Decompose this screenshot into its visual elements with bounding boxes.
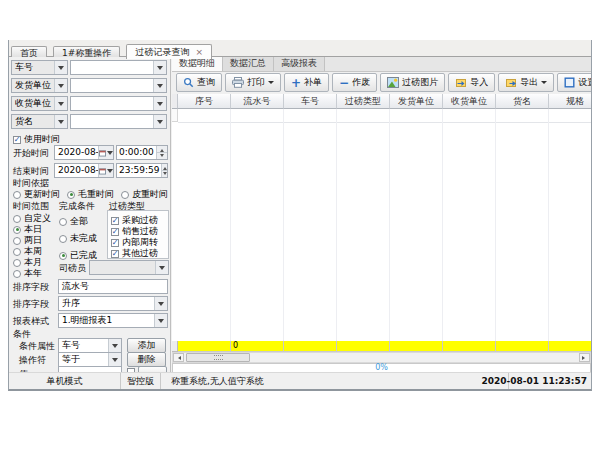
scrollbar-thumb[interactable]	[186, 353, 250, 362]
grid-header-row: 序号 流水号 车号 过磅类型 发货单位 收货单位 货名 规格	[172, 94, 591, 109]
import-button[interactable]: 导入	[448, 73, 495, 92]
image-icon	[387, 77, 399, 88]
field-combo-receiver[interactable]: 收货单位	[11, 96, 68, 111]
export-button[interactable]: 导出	[498, 73, 554, 92]
chevron-down-icon	[153, 61, 166, 74]
weigh-photo-button[interactable]: 过磅图片	[380, 73, 445, 92]
column-header-serial[interactable]: 流水号	[231, 94, 284, 109]
goods-value-combo[interactable]	[70, 114, 167, 129]
radio-icon	[13, 248, 21, 256]
start-time-label: 开始时间	[13, 148, 49, 159]
column-header-goods[interactable]: 货名	[496, 94, 549, 109]
use-time-checkbox[interactable]: ✓使用时间	[13, 133, 60, 146]
status-datetime: 2020-08-01 11:23:57	[509, 373, 591, 389]
screenshot-canvas: 首页 1#称重操作 过磅记录查询× 车号 发货单位 收货单位 货名 ✓使用时间 …	[0, 0, 600, 450]
print-button[interactable]: 打印	[225, 73, 281, 92]
tab-label: 过磅记录查询	[135, 47, 189, 57]
vehicle-value-combo[interactable]	[70, 60, 167, 75]
chevron-down-icon	[108, 339, 121, 352]
receiver-value-combo[interactable]	[70, 96, 167, 111]
checkbox-check-icon: ✓	[111, 217, 119, 225]
report-style-combo[interactable]: 1.明细报表1	[58, 313, 168, 328]
column-header-receiver[interactable]: 收货单位	[443, 94, 496, 109]
start-time-spinner[interactable]: 0:00:00	[116, 145, 168, 160]
radio-this-year[interactable]: 本年	[13, 267, 42, 280]
tab-advanced-report[interactable]: 高级报表	[274, 57, 325, 71]
checkbox-check-icon: ✓	[13, 136, 21, 144]
end-date-picker[interactable]: 2020-08-01	[54, 163, 114, 178]
field-combo-vehicle[interactable]: 车号	[11, 60, 68, 75]
column-header-vehicle[interactable]: 车号	[284, 94, 337, 109]
add-condition-button[interactable]: 添加	[127, 338, 166, 353]
scroll-left-arrow[interactable]	[173, 353, 184, 362]
column-header-spec[interactable]: 规格	[549, 94, 591, 109]
start-date-picker[interactable]: 2020-08-01	[54, 145, 114, 160]
sort-order-combo[interactable]: 升序	[58, 296, 168, 311]
radio-tare-time[interactable]: 皮重时间	[121, 188, 168, 201]
status-bar: 单机模式 智控版 称重系统,无人值守系统 2020-08-01 11:23:57	[9, 372, 591, 389]
query-button[interactable]: 查询	[176, 73, 222, 92]
condition-attr-label: 条件属性	[19, 341, 55, 352]
combo-value: 车号	[59, 339, 108, 352]
empty-grid-row	[178, 109, 591, 123]
radio-gross-time[interactable]: 毛重时间	[67, 188, 114, 201]
summary-cell	[284, 341, 337, 352]
delete-condition-button[interactable]: 删除	[127, 352, 166, 367]
field-combo-goods[interactable]: 货名	[11, 114, 68, 129]
report-style-label: 报表样式	[13, 316, 49, 327]
column-header-seq[interactable]: 序号	[178, 94, 231, 109]
sort-field-input[interactable]: 流水号	[58, 279, 168, 294]
chevron-down-icon	[108, 353, 121, 366]
sort-order-label: 排序字段	[13, 299, 49, 310]
weigher-combo[interactable]	[89, 260, 169, 275]
settings-button[interactable]: 设置	[557, 73, 591, 92]
scroll-right-arrow[interactable]	[579, 353, 590, 362]
condition-op-combo[interactable]: 等于	[58, 352, 122, 367]
status-system-name: 称重系统,无人值守系统	[161, 373, 509, 389]
radio-icon	[13, 259, 21, 267]
radio-label: 毛重时间	[78, 188, 114, 201]
horizontal-scrollbar[interactable]	[172, 352, 591, 363]
column-header-weigh-type[interactable]: 过磅类型	[337, 94, 390, 109]
chevron-down-icon	[153, 79, 166, 92]
spinner-arrows-icon[interactable]	[156, 146, 167, 159]
printer-icon	[232, 77, 244, 88]
radio-icon	[13, 270, 21, 278]
column-header-shipper[interactable]: 发货单位	[390, 94, 443, 109]
toolbar-button-label: 补单	[304, 76, 322, 89]
tab-data-summary[interactable]: 数据汇总	[223, 57, 274, 71]
toolbar-button-label: 查询	[197, 76, 215, 89]
data-panel: 数据明细 数据汇总 高级报表 查询 打印 +补单 −作废 过磅图片 导入 导出 …	[172, 57, 591, 373]
combo-value: 1.明细报表1	[59, 314, 154, 327]
checkbox-check-icon: ✓	[111, 239, 119, 247]
minus-icon: −	[339, 78, 349, 88]
calendar-icon	[98, 146, 113, 159]
checkbox-check-icon: ✓	[111, 250, 119, 258]
spinner-arrows-icon[interactable]	[161, 164, 167, 177]
grid-vline	[283, 109, 284, 341]
grid-vline	[495, 109, 496, 341]
radio-label: 更新时间	[24, 188, 60, 201]
combo-value: 收货单位	[12, 97, 54, 110]
condition-op-label: 操作符	[19, 355, 46, 366]
field-combo-shipper[interactable]: 发货单位	[11, 78, 68, 93]
chevron-down-icon	[54, 61, 67, 74]
radio-unfinished[interactable]: 未完成	[59, 232, 97, 245]
combo-value: 等于	[59, 353, 108, 366]
close-icon[interactable]: ×	[195, 47, 203, 57]
radio-all[interactable]: 全部	[59, 215, 88, 228]
grid-body[interactable]	[172, 109, 591, 341]
end-time-spinner[interactable]: 23:59:59	[116, 163, 168, 178]
radio-icon	[13, 226, 21, 234]
status-edition: 智控版	[121, 373, 161, 389]
tab-weigh-record-query[interactable]: 过磅记录查询×	[126, 44, 212, 59]
checkbox-other-weigh[interactable]: ✓其他过磅	[111, 247, 158, 260]
void-order-button[interactable]: −作废	[332, 73, 377, 92]
radio-update-time[interactable]: 更新时间	[13, 188, 60, 201]
settings-icon	[564, 77, 575, 88]
toolbar-button-label: 导入	[470, 76, 488, 89]
condition-label: 条件	[13, 329, 31, 340]
supplement-order-button[interactable]: +补单	[284, 73, 329, 92]
condition-attr-combo[interactable]: 车号	[58, 338, 122, 353]
shipper-value-combo[interactable]	[70, 78, 167, 93]
